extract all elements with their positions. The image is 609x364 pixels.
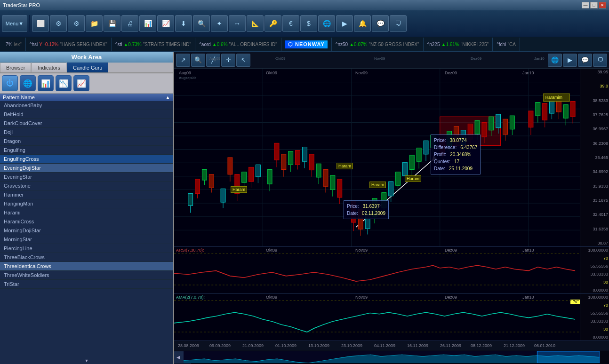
price-axis: 39.95 39.0 38.5283 37.7625 36.9967 36.23… [580, 69, 609, 246]
timeline-sep09: 09.09.2009 [209, 343, 231, 348]
pattern-item-three-identical[interactable]: ThreeIdenticalCrows [0, 262, 173, 271]
toolbar-btn-10[interactable]: 🔍 [193, 15, 210, 32]
ama-label: AMA(2(7,0,70): [176, 295, 205, 300]
svg-text:Haramim: Haramim [545, 95, 562, 100]
top-toolbar: Menu▼ ⬜ ⚙ ⚙ 📁 💾 🖨 📊 📈 ⬇ 🔍 ✦ ↔ 📐 🔑 € $ 🌐 … [0, 10, 609, 38]
scroll-left-arrow[interactable]: ◀ [174, 351, 183, 364]
pattern-item[interactable]: TriStar [0, 280, 173, 289]
chart-tool-chat[interactable]: 💬 [578, 54, 592, 67]
haram-label-1: Haram [231, 186, 247, 193]
pattern-item[interactable]: EveningStar [0, 173, 173, 182]
svg-rect-146 [503, 119, 508, 135]
panel-icon-candle[interactable]: 📊 [38, 75, 54, 91]
toolbar-btn-13[interactable]: 📐 [247, 15, 264, 32]
rsi-level-30: 30 [581, 280, 608, 285]
pattern-item[interactable]: MorningStar [0, 235, 173, 244]
tab-candle-guru[interactable]: Candle Guru [67, 63, 108, 72]
toolbar-btn-14[interactable]: 🔑 [264, 15, 281, 32]
pattern-item[interactable]: Engulfing [0, 146, 173, 155]
pattern-item[interactable]: Gravestone [0, 182, 173, 190]
toolbar-btn-15[interactable]: € [282, 15, 299, 32]
chart-tool-zoom[interactable]: 🔍 [191, 54, 205, 67]
mini-chart[interactable] [184, 351, 600, 363]
pattern-item[interactable]: ThreeBlackCrows [0, 253, 173, 262]
chart-tool-arrow[interactable]: ↗ [176, 54, 190, 67]
tooltip2-profit-val: 20.3468% [450, 151, 471, 158]
main-chart[interactable]: Aug09Augsep09 Okt09 Nov09 Dez09 Jan10 39… [174, 69, 609, 246]
svg-rect-77 [330, 175, 335, 190]
toolbar-btn-12[interactable]: ↔ [229, 15, 246, 32]
pattern-item-engulfing-cross[interactable]: EngulfingCross [0, 155, 173, 164]
maximize-button[interactable]: □ [590, 2, 598, 8]
ticker-item-sti: ^sti ▲0.73% "STRAITS TIMES IND" [112, 38, 195, 51]
ticker-nz50-id: ^nz50 [336, 42, 348, 47]
price-label-0: 39.95 [581, 70, 608, 74]
minimize-button[interactable]: — [582, 2, 589, 8]
chart-tool-pointer[interactable]: ↖ [236, 54, 250, 67]
toolbar-btn-3[interactable]: ⚙ [68, 15, 85, 32]
toolbar-btn-18[interactable]: ▶ [336, 15, 353, 32]
toolbar-btn-21[interactable]: 🗨 [390, 15, 407, 32]
pattern-item[interactable]: DarkCloudCover [0, 119, 173, 128]
svg-rect-98 [389, 182, 393, 196]
panel-icon-power[interactable]: ⏻ [2, 75, 18, 91]
pattern-item[interactable]: Hammer [0, 190, 173, 199]
pattern-list-scrollbar-down[interactable]: ▼ [0, 357, 173, 364]
tooltip2-diff-val: 6.43767 [460, 144, 477, 151]
pattern-item[interactable]: AbandonedBaby [0, 101, 173, 110]
menu-button[interactable]: Menu▼ [2, 15, 27, 32]
svg-rect-41 [242, 172, 247, 182]
chart-tool-globe[interactable]: 🌐 [548, 54, 562, 67]
timeline-aug09: 28.08.2009 [178, 343, 199, 348]
svg-rect-170 [570, 101, 575, 117]
toolbar-btn-7[interactable]: 📊 [139, 15, 156, 32]
pattern-item[interactable]: HangingMan [0, 199, 173, 208]
chart-tool-chat2[interactable]: 🗨 [593, 54, 607, 67]
pattern-item[interactable]: Harami [0, 208, 173, 217]
toolbar-btn-16[interactable]: $ [300, 15, 317, 32]
toolbar-btn-4[interactable]: 📁 [86, 15, 103, 32]
toolbar-btn-17[interactable]: 🌐 [318, 15, 335, 32]
pattern-item[interactable]: BeltHold [0, 110, 173, 119]
pattern-list[interactable]: AbandonedBaby BeltHold DarkCloudCover Do… [0, 101, 173, 357]
timeline-bar: 28.08.2009 09.09.2009 21.09.2009 01.10.2… [174, 340, 609, 350]
toolbar-btn-2[interactable]: ⚙ [50, 15, 67, 32]
svg-rect-113 [424, 141, 428, 154]
ticker-item-fchi: ^fchi "CA [493, 38, 520, 51]
close-button[interactable]: ✕ [599, 2, 606, 8]
tab-indicators[interactable]: Indicators [32, 63, 66, 72]
pattern-item[interactable]: HaramiCross [0, 217, 173, 226]
svg-rect-29 [209, 174, 214, 188]
ticker-aord-name: "ALL ORDINARIES ID" [229, 42, 277, 47]
toolbar-btn-6[interactable]: 🖨 [121, 15, 138, 32]
panel-icon-globe[interactable]: 🌐 [20, 75, 36, 91]
chart-tool-crosshair[interactable]: ✛ [221, 54, 235, 67]
ticker-item-hsi: ^hsi Y -0.12% "HANG SENG INDEX" [26, 38, 112, 51]
price-label-3: 37.7625 [581, 112, 608, 117]
neonway-logo: ⬡ NEONWAY [285, 40, 328, 48]
toolbar-btn-1[interactable]: ⬜ [32, 15, 49, 32]
panel-icon-bar[interactable]: 📉 [56, 75, 72, 91]
timeline-dez21: 21.12.2009 [504, 343, 525, 348]
toolbar-btn-9[interactable]: ⬇ [175, 15, 192, 32]
toolbar-btn-11[interactable]: ✦ [211, 15, 228, 32]
panel-icon-area[interactable]: 📈 [73, 75, 89, 91]
svg-rect-143 [496, 114, 501, 128]
pattern-item[interactable]: ThreeWhiteSoldiers [0, 271, 173, 280]
toolbar-btn-19[interactable]: 🔔 [354, 15, 371, 32]
chart-tool-play[interactable]: ▶ [563, 54, 577, 67]
tooltip2-quotes-key: Quotes: [434, 158, 450, 165]
tab-browser[interactable]: Browser [0, 63, 31, 72]
pattern-item-evening-doji[interactable]: EveningDojiStar [0, 164, 173, 173]
pattern-item[interactable]: MorningDojiStar [0, 226, 173, 235]
pattern-item[interactable]: Dragon [0, 137, 173, 146]
pattern-item[interactable]: Doji [0, 128, 173, 137]
toolbar-btn-5[interactable]: 💾 [104, 15, 120, 32]
tooltip1-price-key: Price: [347, 203, 359, 210]
pattern-item[interactable]: PiercingLine [0, 244, 173, 253]
tooltip1-price-val: 31.6397 [363, 203, 380, 210]
haram-label-4: Haram [405, 175, 421, 182]
toolbar-btn-8[interactable]: 📈 [157, 15, 174, 32]
ticker-item-aord: ^aord ▲0.6% "ALL ORDINARIES ID" [195, 38, 281, 51]
toolbar-btn-20[interactable]: 💬 [372, 15, 389, 32]
